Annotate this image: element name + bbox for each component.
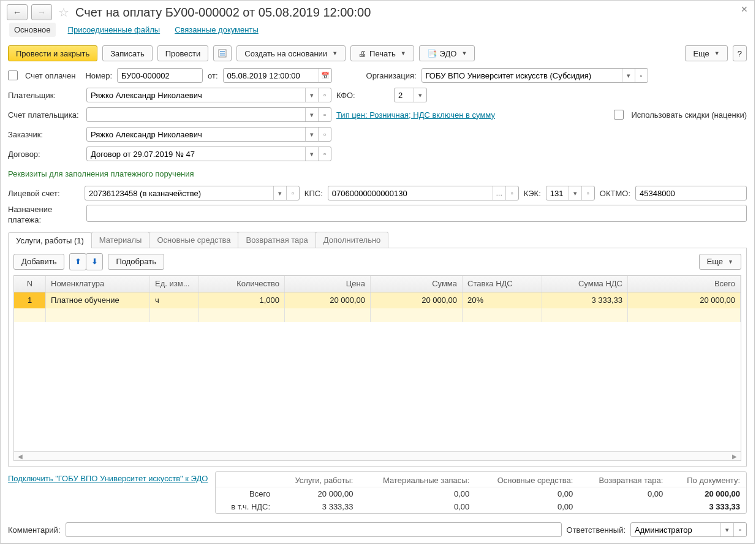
discount-label: Использовать скидки (наценки) — [631, 110, 747, 120]
pers-acc-label: Лицевой счет: — [8, 189, 80, 198]
payer-field[interactable]: ▾▫ — [86, 88, 331, 102]
responsible-label: Ответственный: — [567, 525, 626, 535]
nav-forward-button[interactable]: → — [31, 4, 52, 20]
tab-assets[interactable]: Основные средства — [149, 232, 238, 248]
kps-label: КПС: — [304, 189, 323, 198]
open-icon[interactable]: ▫ — [635, 69, 648, 82]
contract-field[interactable]: ▾▫ — [86, 147, 331, 161]
favorite-icon[interactable]: ☆ — [58, 5, 69, 20]
table-row[interactable]: 1 Платное обучение ч 1,000 20 000,00 20 … — [14, 292, 741, 308]
create-based-button[interactable]: Создать на основании▼ — [236, 45, 346, 61]
grid-scrollbar[interactable]: ◀▶ — [14, 451, 741, 460]
print-icon: 🖨 — [358, 49, 366, 58]
responsible-field[interactable]: ▾▫ — [630, 522, 747, 537]
svg-rect-2 — [220, 53, 225, 54]
payer-label: Плательщик: — [8, 91, 81, 100]
tab-more-button[interactable]: Еще▼ — [699, 254, 741, 270]
requisites-caption: Реквизиты для заполнения платежного пору… — [8, 169, 194, 178]
totals-panel: Услуги, работы: Материальные запасы: Осн… — [215, 471, 747, 514]
post-and-close-button[interactable]: Провести и закрыть — [8, 45, 97, 61]
customer-label: Заказчик: — [8, 130, 81, 139]
more-button[interactable]: Еще▼ — [685, 45, 727, 61]
oktmo-label: ОКТМО: — [600, 189, 630, 198]
payer-acc-label: Счет плательщика: — [8, 110, 81, 120]
tab-services[interactable]: Услуги, работы (1) — [8, 232, 92, 248]
subnav-linked[interactable]: Связанные документы — [172, 23, 261, 37]
nav-back-button[interactable]: ← — [7, 4, 28, 20]
calendar-icon[interactable]: 📅 — [319, 69, 331, 82]
org-label: Организация: — [366, 71, 417, 80]
comment-label: Комментарий: — [8, 525, 61, 535]
number-label: Номер: — [85, 71, 112, 80]
purpose-label: Назначение платежа: — [8, 205, 81, 226]
edo-icon: 📑 — [427, 49, 437, 58]
close-icon[interactable]: ✕ — [741, 4, 748, 14]
move-up-button[interactable]: ⬆ — [69, 253, 86, 270]
purpose-field[interactable] — [86, 205, 747, 222]
kfo-field[interactable]: ▾ — [394, 88, 427, 102]
edo-button[interactable]: 📑ЭДО▼ — [419, 45, 475, 61]
add-row-button[interactable]: Добавить — [13, 254, 64, 270]
save-button[interactable]: Записать — [102, 45, 153, 61]
date-field[interactable]: 📅 — [223, 68, 332, 83]
post-button[interactable]: Провести — [157, 45, 209, 61]
move-down-button[interactable]: ⬇ — [86, 253, 103, 270]
connect-edo-link[interactable]: Подключить "ГОБУ ВПО Университет искусст… — [8, 471, 208, 483]
payer-acc-field[interactable]: ▾▫ — [86, 107, 331, 122]
kfo-label: КФО: — [336, 91, 355, 100]
print-button[interactable]: 🖨Печать▼ — [350, 45, 414, 61]
svg-rect-1 — [220, 51, 225, 52]
price-type-link[interactable]: Тип цен: Розничная; НДС включен в сумму — [336, 110, 495, 120]
oktmo-field[interactable] — [635, 186, 747, 200]
page-title: Счет на оплату БУ00-000002 от 05.08.2019… — [75, 6, 371, 20]
customer-field[interactable]: ▾▫ — [86, 127, 331, 142]
paid-label: Счет оплачен — [25, 71, 75, 80]
comment-field[interactable] — [66, 522, 562, 537]
pick-button[interactable]: Подобрать — [108, 254, 164, 270]
contract-label: Договор: — [8, 150, 81, 159]
tab-materials[interactable]: Материалы — [91, 232, 150, 248]
pers-acc-field[interactable]: ▾▫ — [85, 186, 300, 200]
table-row-extra[interactable] — [14, 308, 741, 322]
tab-extra[interactable]: Дополнительно — [316, 232, 389, 248]
from-label: от: — [208, 71, 218, 80]
kek-field[interactable]: ▾▫ — [546, 186, 595, 200]
tab-tare[interactable]: Возвратная тара — [238, 232, 316, 248]
number-field[interactable] — [117, 68, 203, 83]
subnav-files[interactable]: Присоединенные файлы — [66, 23, 163, 37]
svg-rect-3 — [220, 55, 225, 56]
kek-label: КЭК: — [524, 189, 541, 198]
dropdown-icon[interactable]: ▾ — [622, 69, 635, 82]
kps-field[interactable]: …▫ — [328, 186, 519, 200]
help-button[interactable]: ? — [733, 45, 747, 61]
grid-header: N Номенклатура Ед. изм... Количество Цен… — [14, 276, 741, 292]
report-icon[interactable] — [213, 45, 232, 61]
paid-checkbox[interactable] — [8, 71, 18, 80]
subnav-main[interactable]: Основное — [9, 23, 56, 37]
discount-checkbox[interactable] — [614, 110, 624, 120]
org-field[interactable]: ▾▫ — [421, 68, 648, 83]
